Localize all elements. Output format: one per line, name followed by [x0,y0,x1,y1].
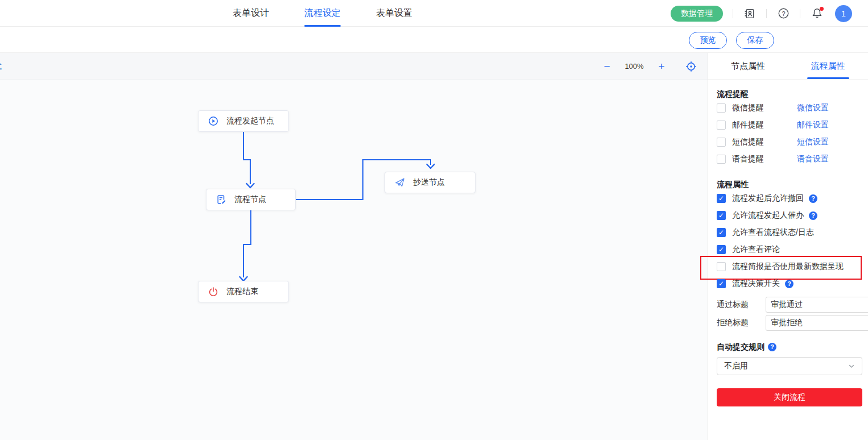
data-manage-button[interactable]: 数据管理 [671,6,723,22]
voice-settings-link[interactable]: 语音设置 [797,154,829,164]
chevron-down-icon [848,363,855,370]
node-label: 流程发起节点 [226,116,274,126]
reject-title-row: 拒绝标题 [717,314,862,332]
reject-title-label: 拒绝标题 [717,318,766,328]
property-label: 允许查看流程状态/日志 [732,227,814,238]
divider [800,9,800,18]
power-icon [208,287,218,297]
contacts-icon[interactable] [743,7,757,20]
flow-node-cc[interactable]: 抄送节点 [385,172,476,193]
flow-connectors [0,53,708,440]
property-row-view-status: 允许查看流程状态/日志 [717,224,862,241]
main-tabs: 表单设计 流程设定 表单设置 [233,0,412,27]
top-header: 表单设计 流程设定 表单设置 数据管理 ? [0,0,868,27]
reminder-label: 邮件提醒 [732,120,797,130]
view-comments-checkbox[interactable] [717,245,726,254]
reminder-row-sms: 短信提醒 短信设置 [717,134,862,151]
property-label: 流程发起后允许撤回 [732,193,804,204]
reminder-label: 语音提醒 [732,154,797,164]
save-button[interactable]: 保存 [736,32,774,49]
wechat-settings-link[interactable]: 微信设置 [797,103,829,113]
help-badge-icon[interactable]: ? [785,280,793,288]
property-row-allow-urge: 允许流程发起人催办 ? [717,207,862,224]
node-label: 抄送节点 [413,177,445,188]
sms-reminder-checkbox[interactable] [717,138,726,147]
email-reminder-checkbox[interactable] [717,121,726,130]
pass-title-input[interactable] [766,297,868,313]
flow-node-start[interactable]: 流程发起节点 [198,110,289,132]
notification-bell-icon[interactable] [810,7,824,20]
titles-block: 通过标题 拒绝标题 [717,296,862,332]
brief-latest-data-checkbox[interactable] [717,262,726,271]
canvas-toolbar: 式 − 100% + [0,53,708,80]
property-label: 允许流程发起人催办 [732,210,804,221]
reminder-row-voice: 语音提醒 语音设置 [717,151,862,168]
tab-form-settings[interactable]: 表单设置 [376,0,412,27]
play-circle-icon [208,116,218,126]
auto-submit-header: 自动提交规则 ? [717,341,862,352]
locate-icon[interactable] [685,60,697,73]
close-flow-button[interactable]: 关闭流程 [717,388,862,406]
property-row-allow-withdraw: 流程发起后允许撤回 ? [717,190,862,207]
action-bar: 预览 保存 [0,27,868,53]
paper-plane-icon [395,177,405,188]
wechat-reminder-checkbox[interactable] [717,103,726,113]
auto-submit-selected-value: 不启用 [724,361,748,371]
preview-button[interactable]: 预览 [689,32,727,49]
flow-node-process[interactable]: 流程节点 [206,189,296,210]
help-badge-icon[interactable]: ? [809,194,817,203]
reminder-row-email: 邮件提醒 邮件设置 [717,117,862,134]
panel-tabs: 节点属性 流程属性 [708,53,868,80]
zoom-controls: − 100% + [601,53,697,80]
decision-switch-checkbox[interactable] [717,279,726,288]
app-root: 表单设计 流程设定 表单设置 数据管理 ? [0,0,868,440]
section-title-reminders: 流程提醒 [717,88,862,99]
avatar[interactable]: 1 [835,5,852,22]
property-label: 流程决策开关 [732,279,780,289]
property-label: 流程简报是否使用最新数据呈现 [732,261,844,272]
view-status-checkbox[interactable] [717,228,726,237]
zoom-out-button[interactable]: − [601,60,613,73]
auto-submit-select[interactable]: 不启用 [717,357,862,375]
document-edit-icon [216,194,226,205]
divider [733,9,733,18]
zoom-in-button[interactable]: + [655,60,668,73]
clipped-edge-icon: 式 [0,61,3,70]
notification-dot [820,7,824,11]
property-label: 允许查看评论 [732,244,780,255]
property-row-decision-switch: 流程决策开关 ? [717,275,862,292]
help-badge-icon[interactable]: ? [809,211,817,220]
panel-body: 流程提醒 微信提醒 微信设置 邮件提醒 邮件设置 短信提醒 短信设置 语音提醒 … [708,88,868,406]
node-label: 流程结束 [226,287,258,297]
tab-flow-setting[interactable]: 流程设定 [304,0,341,27]
auto-submit-title: 自动提交规则 [717,341,764,352]
pass-title-label: 通过标题 [717,300,766,310]
reminder-label: 短信提醒 [732,137,797,147]
reject-title-input[interactable] [766,315,868,331]
flow-node-end[interactable]: 流程结束 [198,281,289,302]
pass-title-row: 通过标题 [717,296,862,314]
zoom-level: 100% [621,62,647,70]
allow-urge-checkbox[interactable] [717,211,726,220]
tab-form-design[interactable]: 表单设计 [233,0,269,27]
tab-node-properties[interactable]: 节点属性 [708,53,788,79]
help-icon[interactable]: ? [776,7,790,20]
header-actions: 数据管理 ? [671,0,852,27]
property-row-brief-latest-data: 流程简报是否使用最新数据呈现 [717,258,862,275]
reminder-row-wechat: 微信提醒 微信设置 [717,99,862,117]
allow-withdraw-checkbox[interactable] [717,194,726,203]
voice-reminder-checkbox[interactable] [717,155,726,164]
reminder-label: 微信提醒 [732,103,797,113]
section-title-flow-properties: 流程属性 [717,179,862,190]
divider [766,9,767,18]
sms-settings-link[interactable]: 短信设置 [797,137,829,147]
tab-flow-properties[interactable]: 流程属性 [788,53,868,79]
node-label: 流程节点 [234,194,266,205]
svg-text:?: ? [782,10,785,17]
email-settings-link[interactable]: 邮件设置 [797,120,829,130]
property-row-view-comments: 允许查看评论 [717,241,862,258]
flow-canvas: 式 − 100% + [0,53,708,440]
help-badge-icon[interactable]: ? [768,343,776,351]
properties-panel: 节点属性 流程属性 流程提醒 微信提醒 微信设置 邮件提醒 邮件设置 短信提醒 … [708,53,868,440]
